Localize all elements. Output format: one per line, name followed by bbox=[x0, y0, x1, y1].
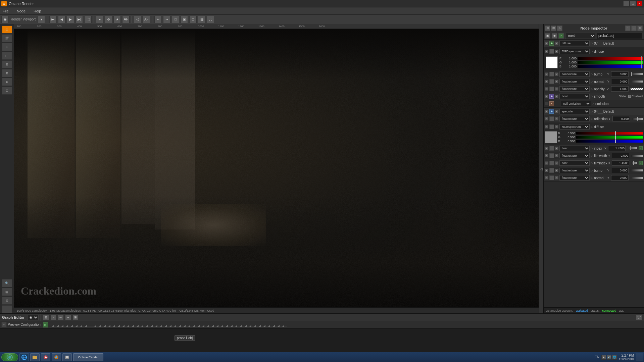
taskbar-ie-button[interactable] bbox=[19, 353, 29, 361]
bump-check-2[interactable]: ✓ bbox=[545, 169, 548, 172]
filmindex-check[interactable]: ✓ bbox=[545, 161, 548, 165]
rgb-vis-1[interactable]: ✓ bbox=[555, 50, 558, 53]
sidebar-btn-9[interactable]: 🔍 bbox=[2, 279, 12, 287]
color-swatch-white[interactable] bbox=[546, 56, 558, 68]
emission-check-1[interactable] bbox=[545, 102, 548, 105]
filmindex-vis[interactable]: ✓ bbox=[555, 161, 558, 165]
diffuse-type-dropdown[interactable]: diffuse bbox=[559, 41, 590, 46]
index-vis[interactable]: ✓ bbox=[555, 147, 558, 150]
filmwidth-value[interactable] bbox=[612, 153, 629, 158]
filmwidth-check[interactable]: ✓ bbox=[545, 154, 548, 157]
panel-toggle[interactable]: ◁ bbox=[539, 24, 543, 313]
toolbar-rewind[interactable]: ⏮ bbox=[49, 16, 57, 23]
tray-icon-3[interactable]: 🌐 bbox=[612, 355, 617, 360]
toolbar-btn-r1[interactable]: ◁ bbox=[134, 16, 141, 23]
toolbar-lasso[interactable]: ⬚ bbox=[84, 16, 92, 23]
close-button[interactable]: ✕ bbox=[637, 1, 643, 6]
toolbar-star[interactable]: ★ bbox=[113, 16, 121, 23]
toolbar-af1[interactable]: AF bbox=[122, 16, 130, 23]
sidebar-btn-1[interactable]: ⊙ bbox=[2, 25, 12, 34]
opacity-check-1[interactable]: ✓ bbox=[545, 87, 548, 91]
opacity-slider-1[interactable] bbox=[631, 88, 643, 90]
graph-btn-5[interactable]: ⊠ bbox=[72, 314, 79, 320]
bump-value-2[interactable] bbox=[611, 168, 629, 173]
taskbar-explorer-button[interactable] bbox=[30, 353, 40, 361]
toolbar-dropdown[interactable]: ▾ bbox=[38, 16, 45, 23]
graph-btn-4[interactable]: ↪ bbox=[65, 314, 71, 320]
preview-check[interactable]: ✓ bbox=[1, 322, 7, 327]
panel-icon-settings[interactable]: ≡ bbox=[637, 25, 643, 31]
toolbar-step-fwd[interactable]: ▶| bbox=[76, 16, 83, 23]
filmindex-slider[interactable] bbox=[631, 162, 637, 164]
sidebar-btn-5[interactable]: ⊟ bbox=[2, 60, 12, 68]
panel-icon-1[interactable]: ⊙ bbox=[545, 25, 550, 31]
filmwidth-slider[interactable] bbox=[631, 155, 643, 157]
bump-check-1[interactable]: ✓ bbox=[545, 72, 548, 76]
panel-icon-upload[interactable]: ↑ bbox=[625, 25, 631, 31]
minimize-button[interactable]: — bbox=[623, 1, 629, 6]
taskbar-firefox-button[interactable] bbox=[52, 353, 61, 361]
rgb2-check[interactable]: ✓ bbox=[545, 125, 548, 128]
filmindex-value[interactable] bbox=[612, 160, 629, 166]
tray-icon-2[interactable]: 🔊 bbox=[607, 355, 611, 360]
color-swatch-gray[interactable] bbox=[545, 131, 557, 143]
normal-check-1[interactable]: ✓ bbox=[545, 80, 548, 83]
toolbar-btn-b[interactable]: ↪ bbox=[163, 16, 170, 23]
graph-btn-2[interactable]: ≡ bbox=[50, 314, 56, 320]
reflection-slider[interactable] bbox=[632, 118, 643, 120]
rgb-type-1[interactable]: RGBspectrum bbox=[559, 49, 590, 54]
opacity-vis-1[interactable]: ✓ bbox=[555, 87, 558, 91]
emission-type-1[interactable]: null emission bbox=[561, 101, 591, 106]
normal-slider-1[interactable] bbox=[631, 81, 643, 83]
reflection-vis[interactable]: ✓ bbox=[555, 117, 558, 120]
menu-file[interactable]: File bbox=[1, 8, 10, 14]
opacity-type-1[interactable]: floattexture bbox=[559, 86, 590, 92]
node-type-dropdown[interactable]: mesh bbox=[565, 33, 595, 39]
graph-editor-content[interactable]: proba1.obj bbox=[0, 328, 644, 352]
show-desktop-button[interactable] bbox=[636, 353, 643, 361]
sidebar-btn-2[interactable]: 🎬 bbox=[2, 34, 12, 42]
normal-type-1[interactable]: floattexture bbox=[559, 79, 590, 84]
normal-value-1[interactable] bbox=[611, 79, 629, 84]
toolbar-btn-e[interactable]: ⊡ bbox=[189, 16, 197, 23]
bump-slider-1[interactable] bbox=[631, 73, 643, 75]
toolbar-af2[interactable]: AF bbox=[143, 16, 150, 23]
g-slider[interactable] bbox=[578, 61, 643, 64]
toolbar-step-back[interactable]: ◀ bbox=[58, 16, 65, 23]
filmwidth-type[interactable]: floattexture bbox=[559, 153, 590, 158]
toolbar-icon-1[interactable]: ◉ bbox=[1, 16, 9, 23]
bump-value-1[interactable] bbox=[611, 71, 629, 77]
index-check[interactable]: ✓ bbox=[545, 147, 548, 150]
index-value[interactable] bbox=[608, 146, 626, 151]
filmindex-pin[interactable]: ↓ bbox=[639, 161, 643, 165]
graph-node-proba1[interactable]: proba1.obj bbox=[175, 335, 195, 341]
bump-slider-2[interactable] bbox=[631, 169, 643, 171]
bump-type-1[interactable]: floattexture bbox=[559, 71, 590, 77]
node-value-field[interactable] bbox=[597, 33, 643, 39]
sidebar-btn-8[interactable]: ⊡ bbox=[2, 87, 12, 95]
r-slider[interactable] bbox=[578, 57, 643, 60]
tray-icon-1[interactable]: ▲ bbox=[601, 355, 606, 360]
menu-help[interactable]: Help bbox=[32, 8, 43, 14]
normal-check-2[interactable]: ✓ bbox=[545, 176, 548, 179]
r2-slider[interactable] bbox=[576, 132, 643, 135]
normal-vis-2[interactable]: ✓ bbox=[555, 176, 558, 179]
reflection-check[interactable]: ✓ bbox=[545, 117, 548, 120]
specular-vis-check[interactable]: ✓ bbox=[555, 110, 558, 113]
taskbar-unknown-button[interactable] bbox=[62, 353, 72, 361]
sidebar-btn-4[interactable]: ◫ bbox=[2, 52, 12, 60]
b-slider[interactable] bbox=[578, 65, 643, 68]
sidebar-btn-3[interactable]: ⊞ bbox=[2, 43, 12, 51]
sidebar-btn-11[interactable]: ⚙ bbox=[2, 297, 12, 305]
reflection-value[interactable] bbox=[612, 116, 630, 121]
panel-icon-download[interactable]: ↓ bbox=[631, 25, 637, 31]
reflection-type[interactable]: floattexture bbox=[559, 116, 590, 121]
graph-editor-dropdown[interactable]: ◉ bbox=[27, 315, 39, 320]
filmwidth-vis[interactable]: ✓ bbox=[555, 154, 558, 157]
normal-slider-2[interactable] bbox=[631, 177, 643, 179]
rgb-check-1[interactable]: ✓ bbox=[545, 50, 548, 53]
taskbar-octane-app[interactable]: Octane Render bbox=[73, 353, 103, 361]
toolbar-btn-d[interactable]: ▣ bbox=[181, 16, 188, 23]
diffuse-vis-check[interactable]: ✓ bbox=[555, 42, 558, 45]
sidebar-btn-6[interactable]: ⊠ bbox=[2, 69, 12, 77]
